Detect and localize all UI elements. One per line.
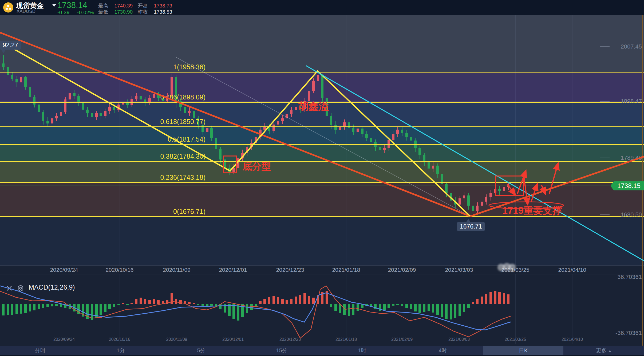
macd-date-label: 2021/01/18 <box>326 337 366 342</box>
candle-body <box>117 105 120 110</box>
close-icon[interactable] <box>6 285 13 292</box>
macd-histogram-bar <box>392 304 394 306</box>
candle-body <box>334 125 337 130</box>
gold-bar-glyph <box>9 8 11 10</box>
timeframe-日K[interactable]: 日K <box>483 346 564 355</box>
candle-body <box>202 125 204 132</box>
candle-body <box>259 130 262 137</box>
timeframe-15分[interactable]: 15分 <box>242 346 322 355</box>
candle-body <box>383 148 386 150</box>
candle-body <box>472 206 474 211</box>
fib-level-label: 0.236(1743.18) <box>115 174 206 181</box>
right-axis-border <box>642 15 643 346</box>
high-tooltip-pointer <box>1 50 6 53</box>
candle-body <box>485 197 487 201</box>
macd-histogram-bar <box>263 299 266 304</box>
macd-histogram-bar <box>352 304 354 315</box>
macd-histogram-bar <box>64 304 66 308</box>
gold-bar-glyph <box>6 8 8 10</box>
macd-histogram-bar <box>33 304 35 310</box>
candle-body <box>450 193 452 201</box>
macd-histogram-bar <box>414 304 417 311</box>
timeframe-5分[interactable]: 5分 <box>161 346 242 355</box>
timeframe-分时[interactable]: 分时 <box>0 346 81 355</box>
candle-body <box>95 113 98 117</box>
fib-level-label: 0.786(1898.09) <box>115 93 206 101</box>
macd-histogram-bar <box>476 299 479 304</box>
candle-body <box>454 201 456 205</box>
macd-date-label: 2021/04/10 <box>552 337 592 342</box>
date-axis-label: 2021/03/03 <box>436 267 482 273</box>
price-change: -0.39-0.02% <box>57 10 101 15</box>
timeframe-1分[interactable]: 1分 <box>81 346 161 355</box>
candle-body <box>432 166 434 169</box>
candle-body <box>232 168 235 172</box>
candle-body <box>459 198 461 205</box>
candle-body <box>42 112 44 122</box>
low-tooltip-pointer <box>466 219 471 222</box>
settings-gear-icon[interactable] <box>17 284 25 292</box>
candle-body <box>51 118 53 123</box>
candle-body <box>321 75 323 98</box>
date-axis-label: 2021/01/18 <box>323 267 369 273</box>
macd-histogram-bar <box>507 294 509 304</box>
macd-date-label: 2021/02/09 <box>382 337 422 342</box>
macd-histogram-bar <box>321 292 323 304</box>
macd-histogram-bar <box>131 303 133 304</box>
candle-body <box>20 77 22 82</box>
date-axis-label: 2020/10/16 <box>97 267 142 273</box>
fib-zone-band <box>0 127 644 144</box>
timeframe-更多[interactable]: 更多 <box>563 346 644 355</box>
candle-body <box>188 111 191 113</box>
high-price-tooltip: 92.27 <box>0 41 21 50</box>
timeframe-4时[interactable]: 4时 <box>402 346 483 355</box>
fib-level-line <box>0 126 644 127</box>
caret-up-icon <box>608 350 611 352</box>
macd-histogram-bar <box>241 304 244 317</box>
candle-body <box>481 202 483 206</box>
macd-histogram-bar <box>299 295 301 304</box>
chevron-down-icon[interactable] <box>52 4 56 7</box>
macd-histogram-bar <box>418 304 421 313</box>
candle-body <box>38 105 40 112</box>
price-axis-label: 1898.47 <box>605 98 642 105</box>
macd-histogram-bar <box>308 296 310 304</box>
current-price-line <box>0 186 644 186</box>
fib-level-label: 0.618(1850.77) <box>115 118 206 126</box>
axis-separator <box>0 265 644 266</box>
fib-zone-band <box>0 144 644 161</box>
vertical-gridline <box>346 15 346 265</box>
last-price: 1738.14 <box>57 1 87 10</box>
macd-histogram-bar <box>215 304 217 307</box>
candle-body <box>494 189 496 193</box>
macd-histogram-bar <box>374 304 377 309</box>
symbol-code: XAUUSD <box>17 9 35 14</box>
vertical-gridline <box>572 15 572 265</box>
macd-histogram-bar <box>348 304 350 316</box>
candle-wick <box>3 55 4 70</box>
macd-histogram-bar <box>69 304 71 309</box>
macd-histogram-bar <box>312 298 315 304</box>
macd-date-label: 2020/12/23 <box>270 337 310 342</box>
high-value: 1740.39 <box>114 3 133 9</box>
macd-histogram-bar <box>445 304 448 319</box>
macd-histogram-bar <box>383 304 386 310</box>
candle-body <box>365 134 368 138</box>
vertical-gridline <box>515 15 516 265</box>
macd-histogram-bar <box>51 304 53 306</box>
macd-histogram-bar <box>117 304 120 305</box>
candle-body <box>361 129 364 134</box>
macd-histogram-bar <box>432 304 434 313</box>
timeframe-1时[interactable]: 1时 <box>322 346 403 355</box>
low-price-tooltip: 1676.71 <box>457 222 485 231</box>
macd-histogram-bar <box>396 304 399 305</box>
macd-date-label: 2020/12/01 <box>213 337 253 342</box>
macd-histogram-bar <box>188 302 191 304</box>
candle-body <box>11 75 13 79</box>
fib-zone-band <box>0 217 644 265</box>
macd-histogram-bar <box>472 302 474 304</box>
macd-histogram-bar <box>259 301 262 304</box>
date-axis-label: 2020/12/01 <box>210 267 256 273</box>
macd-histogram-bar <box>428 304 430 311</box>
price-axis-label: 1789.48 <box>605 154 642 161</box>
